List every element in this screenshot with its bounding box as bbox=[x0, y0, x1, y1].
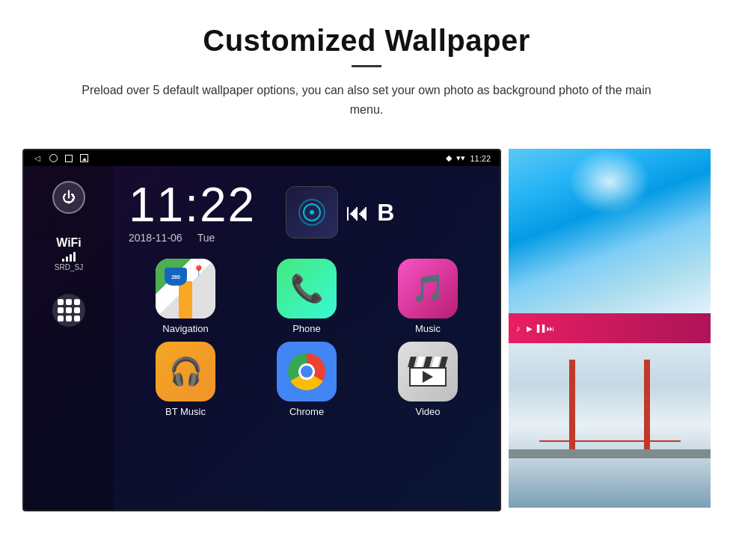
phone-icon: 📞 bbox=[277, 259, 337, 319]
bridge-tower-left bbox=[569, 360, 575, 458]
radio-center bbox=[310, 210, 314, 215]
clock-date: 2018-11-06 bbox=[129, 232, 183, 244]
back-nav-icon[interactable]: ◁ bbox=[33, 154, 42, 163]
video-top-stripes bbox=[409, 357, 447, 367]
main-content-area: 11:22 2018-11-06 Tue bbox=[114, 166, 500, 510]
clock-area: 11:22 2018-11-06 Tue bbox=[121, 173, 492, 259]
clock-info: 2018-11-06 Tue bbox=[129, 232, 256, 244]
recents-nav-icon[interactable] bbox=[65, 155, 73, 162]
status-bar: ◁ ◆ ▾▾ 11:22 bbox=[24, 150, 500, 166]
wifi-widget[interactable]: WiFi SRD_SJ bbox=[55, 236, 83, 271]
bluetooth-label: B bbox=[377, 199, 394, 227]
apps-dot bbox=[74, 316, 80, 321]
apps-dot bbox=[66, 299, 72, 305]
navigation-icon: 280 📍 bbox=[156, 259, 215, 319]
bridge-road bbox=[509, 449, 711, 458]
wifi-label: WiFi bbox=[56, 236, 82, 250]
wifi-bar-4 bbox=[73, 252, 76, 262]
wallpaper-thumbnails: ♪ ▶ ▐▐ ⏭ bbox=[509, 149, 711, 508]
nav-pin-icon: 📍 bbox=[192, 265, 205, 277]
location-icon: ◆ bbox=[446, 153, 452, 163]
app-item-phone[interactable]: 📞 Phone bbox=[250, 259, 364, 334]
apps-dot bbox=[58, 316, 64, 321]
apps-dot bbox=[74, 307, 80, 313]
phone-label: Phone bbox=[292, 323, 321, 334]
status-bar-right: ◆ ▾▾ 11:22 bbox=[446, 153, 491, 163]
screen-body: ⏻ WiFi SRD_SJ bbox=[24, 166, 500, 510]
nav-road bbox=[179, 281, 192, 319]
clock-day: Tue bbox=[197, 232, 215, 244]
clock-time: 11:22 bbox=[129, 181, 256, 229]
apps-dot bbox=[58, 299, 64, 305]
power-button[interactable]: ⏻ bbox=[52, 181, 85, 214]
wallpaper-thumb-bridge[interactable] bbox=[509, 343, 711, 508]
apps-dot bbox=[74, 299, 80, 305]
video-play-icon bbox=[423, 371, 433, 383]
android-screen: ◁ ◆ ▾▾ 11:22 ⏻ Wi bbox=[22, 149, 501, 511]
nav-shield: 280 bbox=[165, 268, 187, 286]
chrome-label: Chrome bbox=[289, 406, 324, 417]
top-app-icons: ⏮ B bbox=[286, 186, 394, 239]
wifi-bar-1 bbox=[62, 259, 64, 262]
music-label: Music bbox=[415, 323, 441, 334]
wallpaper-thumb-ice[interactable] bbox=[509, 149, 711, 313]
apps-grid-icon bbox=[58, 299, 80, 321]
bridge-sky-bg bbox=[509, 343, 711, 508]
content-area: ◁ ◆ ▾▾ 11:22 ⏻ Wi bbox=[0, 134, 733, 534]
app-item-music[interactable]: 🎵 Music bbox=[371, 259, 485, 334]
radio-app-icon[interactable] bbox=[286, 186, 338, 239]
title-divider bbox=[352, 65, 381, 67]
video-stripe bbox=[408, 357, 416, 367]
status-bar-left: ◁ bbox=[33, 154, 88, 163]
apps-dot bbox=[58, 307, 64, 313]
app-item-video[interactable]: Video bbox=[371, 342, 485, 417]
status-time: 11:22 bbox=[470, 154, 491, 163]
bridge-tower-right bbox=[644, 360, 650, 458]
home-nav-icon[interactable] bbox=[49, 154, 58, 162]
page-header: Customized Wallpaper Preload over 5 defa… bbox=[0, 0, 733, 134]
app-grid: 280 📍 Navigation 📞 Phone 🎵 bbox=[121, 259, 492, 425]
sidebar: ⏻ WiFi SRD_SJ bbox=[24, 166, 114, 510]
video-stripe bbox=[439, 357, 447, 367]
video-label: Video bbox=[415, 406, 440, 417]
app-item-navigation[interactable]: 280 📍 Navigation bbox=[129, 259, 242, 334]
video-bottom bbox=[409, 367, 447, 387]
video-stripe bbox=[416, 357, 424, 367]
music-player-text: ▶ ▐▐ ⏭ bbox=[527, 324, 555, 333]
wifi-status-icon: ▾▾ bbox=[456, 153, 465, 163]
app-item-chrome[interactable]: Chrome bbox=[250, 342, 364, 417]
video-clapperboard-icon bbox=[409, 357, 447, 387]
apps-dot bbox=[66, 316, 72, 321]
bt-music-icon: 🎧 bbox=[156, 342, 215, 401]
ice-highlight bbox=[569, 149, 650, 215]
wifi-bars bbox=[62, 251, 76, 262]
clock-block: 11:22 2018-11-06 Tue bbox=[129, 181, 256, 244]
page-title: Customized Wallpaper bbox=[30, 24, 703, 58]
prev-track-icon[interactable]: ⏮ bbox=[346, 199, 369, 227]
music-player-bar[interactable]: ♪ ▶ ▐▐ ⏭ bbox=[509, 313, 711, 343]
music-icon: 🎵 bbox=[398, 259, 458, 319]
screenshot-nav-icon[interactable] bbox=[80, 154, 88, 162]
apps-grid-button[interactable] bbox=[52, 294, 85, 327]
bt-music-label: BT Music bbox=[165, 406, 206, 417]
radio-signal-icon bbox=[298, 199, 325, 226]
music-note-icon: ♪ bbox=[516, 324, 521, 333]
navigation-label: Navigation bbox=[162, 323, 208, 334]
wifi-bar-3 bbox=[70, 254, 72, 262]
apps-dot bbox=[66, 307, 72, 313]
video-icon bbox=[398, 342, 458, 401]
page-subtitle: Preload over 5 default wallpaper options… bbox=[75, 81, 658, 119]
wifi-ssid: SRD_SJ bbox=[55, 263, 83, 271]
wifi-bar-2 bbox=[66, 256, 68, 262]
chrome-inner bbox=[298, 363, 315, 380]
app-item-bt-music[interactable]: 🎧 BT Music bbox=[129, 342, 242, 417]
chrome-circle bbox=[288, 353, 325, 390]
video-stripe bbox=[423, 357, 432, 367]
page-wrapper: Customized Wallpaper Preload over 5 defa… bbox=[0, 0, 733, 534]
bridge-cable bbox=[539, 440, 681, 442]
chrome-icon bbox=[277, 342, 337, 401]
